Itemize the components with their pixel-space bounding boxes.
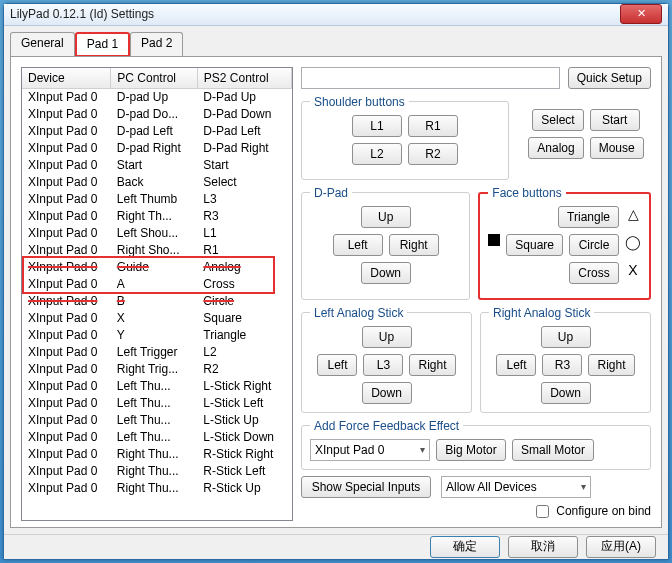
window-body: GeneralPad 1Pad 2 DevicePC ControlPS2 Co… <box>4 26 668 534</box>
big-motor-button[interactable]: Big Motor <box>436 439 506 461</box>
r3-button[interactable]: R3 <box>542 354 582 376</box>
window-title: LilyPad 0.12.1 (Id) Settings <box>10 7 620 21</box>
table-row[interactable]: XInput Pad 0Right Sho...R1 <box>22 241 292 258</box>
table-row[interactable]: XInput Pad 0Left ThumbL3 <box>22 190 292 207</box>
titlebar: LilyPad 0.12.1 (Id) Settings ✕ <box>4 4 668 26</box>
lstick-left-button[interactable]: Left <box>317 354 357 376</box>
table-row[interactable]: XInput Pad 0Left Thu...L-Stick Right <box>22 377 292 394</box>
table-row[interactable]: XInput Pad 0GuideAnalog <box>22 258 292 275</box>
column-header[interactable]: PC Control <box>111 68 198 89</box>
l3-button[interactable]: L3 <box>363 354 403 376</box>
show-special-button[interactable]: Show Special Inputs <box>301 476 431 498</box>
bindings-panel: DevicePC ControlPS2 Control XInput Pad 0… <box>21 67 293 521</box>
table-row[interactable]: XInput Pad 0D-pad LeftD-Pad Left <box>22 122 292 139</box>
start-button[interactable]: Start <box>590 109 640 131</box>
table-row[interactable]: XInput Pad 0Right Thu...R-Stick Left <box>22 462 292 479</box>
ffb-legend: Add Force Feedback Effect <box>310 419 463 433</box>
rstick-up-button[interactable]: Up <box>541 326 591 348</box>
table-row[interactable]: XInput Pad 0D-pad UpD-Pad Up <box>22 88 292 105</box>
table-row[interactable]: XInput Pad 0BackSelect <box>22 173 292 190</box>
circle-button[interactable]: Circle <box>569 234 619 256</box>
table-row[interactable]: XInput Pad 0D-pad RightD-Pad Right <box>22 139 292 156</box>
r1-button[interactable]: R1 <box>408 115 458 137</box>
table-row[interactable]: XInput Pad 0D-pad Do...D-Pad Down <box>22 105 292 122</box>
ok-button[interactable]: 确定 <box>430 536 500 558</box>
table-row[interactable]: XInput Pad 0Right Th...R3 <box>22 207 292 224</box>
lstick-right-button[interactable]: Right <box>409 354 455 376</box>
table-row[interactable]: XInput Pad 0Left Thu...L-Stick Left <box>22 394 292 411</box>
table-row[interactable]: XInput Pad 0Right Thu...R-Stick Up <box>22 479 292 496</box>
table-row[interactable]: XInput Pad 0Left Thu...L-Stick Down <box>22 428 292 445</box>
rstick-down-button[interactable]: Down <box>541 382 591 404</box>
table-row[interactable]: XInput Pad 0ACross <box>22 275 292 292</box>
lstick-legend: Left Analog Stick <box>310 306 407 320</box>
apply-button[interactable]: 应用(A) <box>586 536 656 558</box>
dpad-right-button[interactable]: Right <box>389 234 439 256</box>
table-row[interactable]: XInput Pad 0Right Thu...R-Stick Right <box>22 445 292 462</box>
square-icon <box>488 234 500 246</box>
table-row[interactable]: XInput Pad 0BCircle <box>22 292 292 309</box>
cross-icon: X <box>625 262 641 284</box>
table-row[interactable]: XInput Pad 0Left Thu...L-Stick Up <box>22 411 292 428</box>
shoulder-legend: Shoulder buttons <box>310 95 409 109</box>
r2-button[interactable]: R2 <box>408 143 458 165</box>
triangle-button[interactable]: Triangle <box>558 206 619 228</box>
table-row[interactable]: XInput Pad 0Left TriggerL2 <box>22 343 292 360</box>
mapping-panel: Quick Setup Shoulder buttons L1R1 L2R2 S… <box>301 67 651 521</box>
tab-pad-2[interactable]: Pad 2 <box>130 32 183 57</box>
table-row[interactable]: XInput Pad 0XSquare <box>22 309 292 326</box>
table-row[interactable]: XInput Pad 0YTriangle <box>22 326 292 343</box>
settings-window: LilyPad 0.12.1 (Id) Settings ✕ GeneralPa… <box>3 3 669 560</box>
face-legend: Face buttons <box>488 186 565 200</box>
ffb-device-select[interactable]: XInput Pad 0 <box>310 439 430 461</box>
dpad-up-button[interactable]: Up <box>361 206 411 228</box>
cross-button[interactable]: Cross <box>569 262 619 284</box>
allow-devices-select[interactable]: Allow All Devices <box>441 476 591 498</box>
tab-general[interactable]: General <box>10 32 75 57</box>
table-row[interactable]: XInput Pad 0Left Shou...L1 <box>22 224 292 241</box>
tab-pane: DevicePC ControlPS2 Control XInput Pad 0… <box>10 56 662 528</box>
small-motor-button[interactable]: Small Motor <box>512 439 594 461</box>
table-row[interactable]: XInput Pad 0StartStart <box>22 156 292 173</box>
lstick-down-button[interactable]: Down <box>362 382 412 404</box>
mouse-button[interactable]: Mouse <box>590 137 644 159</box>
rstick-legend: Right Analog Stick <box>489 306 594 320</box>
analog-button[interactable]: Analog <box>528 137 583 159</box>
configure-on-bind-checkbox[interactable] <box>536 505 549 518</box>
dpad-down-button[interactable]: Down <box>361 262 411 284</box>
cancel-button[interactable]: 取消 <box>508 536 578 558</box>
l1-button[interactable]: L1 <box>352 115 402 137</box>
dpad-left-button[interactable]: Left <box>333 234 383 256</box>
circle-icon: ◯ <box>625 234 641 256</box>
quick-setup-button[interactable]: Quick Setup <box>568 67 651 89</box>
bindings-list[interactable]: DevicePC ControlPS2 Control XInput Pad 0… <box>21 67 293 521</box>
square-button[interactable]: Square <box>506 234 563 256</box>
close-button[interactable]: ✕ <box>620 4 662 24</box>
configure-on-bind-label: Configure on bind <box>556 504 651 518</box>
dialog-footer: 确定 取消 应用(A) <box>4 534 668 559</box>
rstick-left-button[interactable]: Left <box>496 354 536 376</box>
table-row[interactable]: XInput Pad 0Right Trig...R2 <box>22 360 292 377</box>
column-header[interactable]: Device <box>22 68 111 89</box>
tab-pad-1[interactable]: Pad 1 <box>75 32 130 57</box>
lstick-up-button[interactable]: Up <box>362 326 412 348</box>
dpad-legend: D-Pad <box>310 186 352 200</box>
tab-strip: GeneralPad 1Pad 2 <box>10 32 662 57</box>
binding-name-input[interactable] <box>301 67 560 89</box>
l2-button[interactable]: L2 <box>352 143 402 165</box>
rstick-right-button[interactable]: Right <box>588 354 634 376</box>
triangle-icon: △ <box>625 206 641 228</box>
column-header[interactable]: PS2 Control <box>197 68 291 89</box>
select-button[interactable]: Select <box>532 109 583 131</box>
